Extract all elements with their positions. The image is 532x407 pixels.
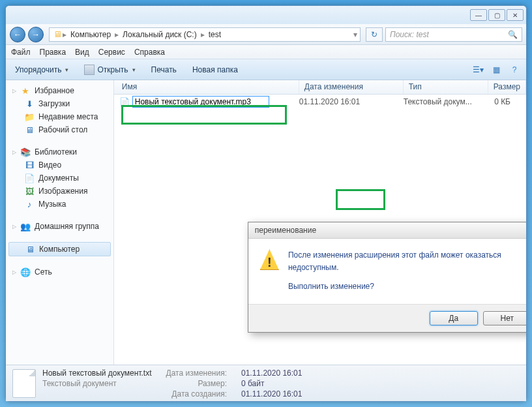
sidebar: ★Избранное ⬇Загрузки 📁Недавние места 🖥Ра… <box>6 80 114 365</box>
minimize-button[interactable]: — <box>470 9 487 21</box>
search-icon: 🔍 <box>508 30 518 39</box>
library-icon: 📚 <box>20 147 31 157</box>
file-type: Текстовый докум... <box>404 97 488 106</box>
sidebar-item-documents[interactable]: 📄Документы <box>6 172 113 185</box>
close-button[interactable]: ✕ <box>507 9 524 21</box>
search-input[interactable]: Поиск: test 🔍 <box>385 27 522 42</box>
file-size: 0 КБ <box>488 97 526 106</box>
navbar: ← → 🖥 ▸ Компьютер ▸ Локальный диск (C:) … <box>6 24 526 45</box>
maximize-button[interactable]: ▢ <box>488 9 505 21</box>
details-filename: Новый текстовый документ.txt <box>42 369 152 378</box>
desktop-icon: 🖥 <box>24 125 35 135</box>
view-options-icon[interactable]: ☰▾ <box>471 63 484 76</box>
sidebar-item-desktop[interactable]: 🖥Рабочий стол <box>6 123 113 136</box>
refresh-button[interactable]: ↻ <box>366 27 383 42</box>
rename-dialog: переименование ! После изменения расшире… <box>248 222 526 333</box>
computer-icon: 🖥 <box>25 244 35 254</box>
network-icon: 🌐 <box>20 267 31 277</box>
open-button[interactable]: Открыть <box>80 63 139 76</box>
organize-button[interactable]: Упорядочить <box>11 64 72 76</box>
titlebar: — ▢ ✕ <box>6 6 526 24</box>
dialog-text-1: После изменения расширения этот файл мож… <box>288 249 526 274</box>
file-list[interactable]: 📄 01.11.2020 16:01 Текстовый докум... 0 … <box>114 95 526 365</box>
warning-icon: ! <box>260 249 279 270</box>
toolbar: Упорядочить Открыть Печать Новая папка ☰… <box>6 59 526 80</box>
breadcrumb[interactable]: 🖥 ▸ Компьютер ▸ Локальный диск (C:) ▸ te… <box>49 27 361 42</box>
details-created-value: 01.11.2020 16:01 <box>241 389 302 399</box>
menu-help[interactable]: Справка <box>134 48 165 57</box>
file-row[interactable]: 📄 01.11.2020 16:01 Текстовый докум... 0 … <box>114 95 526 109</box>
video-icon: 🎞 <box>24 160 35 170</box>
search-placeholder: Поиск: test <box>390 30 429 39</box>
sidebar-homegroup[interactable]: 👥Домашняя группа <box>6 220 113 233</box>
back-button[interactable]: ← <box>10 27 25 42</box>
computer-icon: 🖥 <box>52 29 63 40</box>
preview-pane-icon[interactable]: ▦ <box>490 63 503 76</box>
forward-button[interactable]: → <box>28 27 44 42</box>
menu-file[interactable]: Файл <box>11 48 31 57</box>
col-date[interactable]: Дата изменения <box>299 80 404 94</box>
sidebar-libraries[interactable]: 📚Библиотеки <box>6 145 113 158</box>
pictures-icon: 🖼 <box>24 186 35 196</box>
sidebar-item-recent[interactable]: 📁Недавние места <box>6 110 113 123</box>
newfolder-button[interactable]: Новая папка <box>188 64 242 76</box>
details-pane: Новый текстовый документ.txt Дата измене… <box>6 365 526 401</box>
dialog-title: переименование <box>248 222 526 239</box>
music-icon: ♪ <box>24 199 35 209</box>
details-size-label: Размер: <box>166 379 228 388</box>
content: ★Избранное ⬇Загрузки 📁Недавние места 🖥Ра… <box>6 80 526 365</box>
sidebar-item-pictures[interactable]: 🖼Изображения <box>6 185 113 198</box>
explorer-window: — ▢ ✕ ← → 🖥 ▸ Компьютер ▸ Локальный диск… <box>5 5 527 402</box>
documents-icon: 📄 <box>24 173 35 183</box>
details-mod-value: 01.11.2020 16:01 <box>241 369 302 378</box>
homegroup-icon: 👥 <box>20 221 31 232</box>
col-size[interactable]: Размер <box>488 80 526 94</box>
menubar: Файл Правка Вид Сервис Справка <box>6 45 526 59</box>
sidebar-item-computer[interactable]: 🖥Компьютер <box>8 242 111 256</box>
details-size-value: 0 байт <box>241 379 302 388</box>
sidebar-favorites[interactable]: ★Избранное <box>6 84 113 97</box>
breadcrumb-computer[interactable]: Компьютер <box>66 30 115 39</box>
no-button[interactable]: Нет <box>483 311 526 325</box>
file-date: 01.11.2020 16:01 <box>299 97 404 106</box>
sidebar-network[interactable]: 🌐Сеть <box>6 265 113 279</box>
sidebar-item-music[interactable]: ♪Музыка <box>6 198 113 211</box>
notepad-icon <box>84 65 95 75</box>
yes-button[interactable]: Да <box>430 311 478 325</box>
breadcrumb-folder[interactable]: test <box>205 30 225 39</box>
menu-edit[interactable]: Правка <box>40 48 66 57</box>
menu-view[interactable]: Вид <box>75 48 89 57</box>
star-icon: ★ <box>20 85 31 96</box>
dialog-text-2: Выполнить изменение? <box>288 280 526 293</box>
details-mod-label: Дата изменения: <box>166 369 228 378</box>
details-created-label: Дата создания: <box>166 389 228 399</box>
sidebar-item-video[interactable]: 🎞Видео <box>6 158 113 172</box>
textfile-icon: 📄 <box>119 97 130 107</box>
help-icon[interactable]: ? <box>508 63 521 76</box>
file-pane: Имя Дата изменения Тип Размер 📄 01.11.20… <box>114 80 526 365</box>
recent-icon: 📁 <box>24 112 35 122</box>
col-name[interactable]: Имя <box>117 80 299 94</box>
download-icon: ⬇ <box>24 98 35 109</box>
details-file-icon <box>12 369 36 398</box>
col-type[interactable]: Тип <box>404 80 488 94</box>
details-filetype: Текстовый документ <box>42 379 152 388</box>
column-headers: Имя Дата изменения Тип Размер <box>114 80 526 95</box>
sidebar-item-downloads[interactable]: ⬇Загрузки <box>6 97 113 110</box>
rename-input[interactable] <box>132 96 269 108</box>
breadcrumb-disk[interactable]: Локальный диск (C:) <box>119 30 201 39</box>
menu-tools[interactable]: Сервис <box>98 48 125 57</box>
print-button[interactable]: Печать <box>147 64 181 76</box>
